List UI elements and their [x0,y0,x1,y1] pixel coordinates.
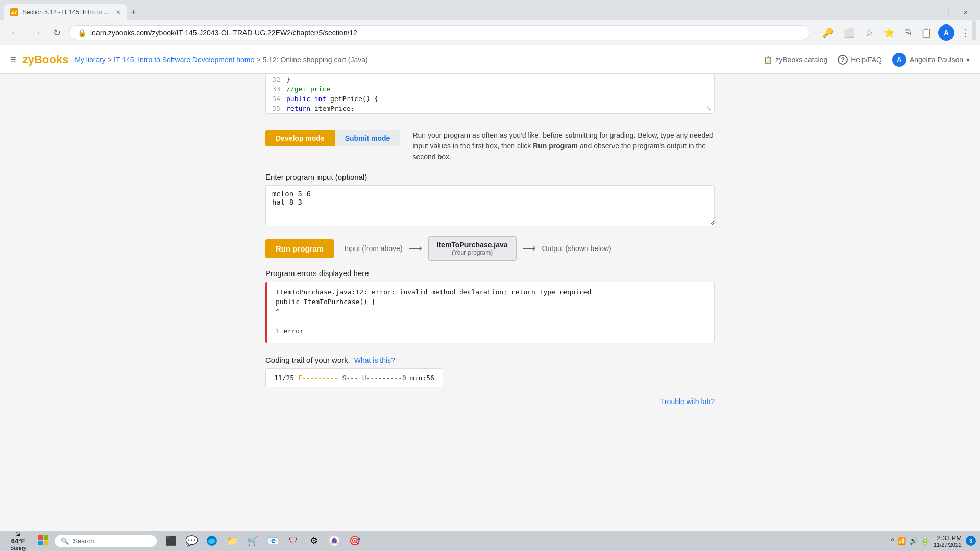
trail-date: 11/25 [274,374,294,382]
taskbar-mail-icon[interactable]: 📧 [265,533,281,549]
flow-output-label: Output (shown below) [542,244,611,253]
refresh-button[interactable]: ↻ [49,25,65,40]
back-button[interactable]: ← [6,26,23,40]
ext2-icon[interactable]: ⎘ [901,26,915,40]
breadcrumb-section: 5.12: Online shopping cart (Java) [262,56,368,64]
code-editor[interactable]: 32 } 33 //get price 34 public int getPri… [265,74,715,114]
tab-close-button[interactable]: × [116,8,120,16]
submit-mode-button[interactable]: Submit mode [335,130,401,146]
search-label: Search [73,537,94,545]
breadcrumb-library[interactable]: My library [75,56,106,64]
trail-u-indicator: U---------0 [362,374,406,382]
network-icon[interactable]: 📶 [897,537,906,545]
develop-mode-button[interactable]: Develop mode [265,130,335,146]
breadcrumb-sep2: > [256,56,260,64]
flow-diagram: Input (from above) ⟶ ItemToPurchase.java… [344,236,611,261]
mode-section: Develop mode Submit mode Run your progra… [265,122,715,162]
password-icon[interactable]: 🔑 [818,25,838,40]
breadcrumb-course[interactable]: IT 145: Intro to Software Development ho… [114,56,254,64]
taskbar-chat-icon[interactable]: 💬 [183,533,200,549]
hamburger-menu[interactable]: ≡ [10,54,16,65]
notification-badge[interactable]: 3 [966,536,976,546]
chevron-down-icon: ▾ [966,56,970,64]
trail-f-indicator: F--------- [298,374,338,382]
breadcrumb: My library > IT 145: Intro to Software D… [75,56,368,64]
tab-title: Section 5.12 - IT 145: Intro to So... [22,9,112,16]
header-actions: 📋 zyBooks catalog ? Help/FAQ A Angelita … [764,53,970,67]
battery-icon[interactable]: 🔋 [921,537,929,545]
sound-icon[interactable]: 🔊 [909,537,918,545]
error-section: Program errors displayed here ItemToPurc… [265,269,715,343]
flow-arrow-1: ⟶ [409,243,422,254]
catalog-icon: 📋 [764,56,772,64]
weather-condition: Sunny [10,545,26,551]
catalog-button[interactable]: 📋 zyBooks catalog [764,56,827,64]
mode-description: Run your program as often as you'd like,… [412,130,715,162]
lock-icon: 🔒 [78,29,86,37]
browser-user-avatar[interactable]: A [938,24,954,41]
code-line-34: 34 public int getPrice() { [266,94,714,104]
breadcrumb-sep1: > [108,56,112,64]
trail-s-indicator: S--- [342,374,358,382]
program-input-field[interactable]: melon 5 6 hat 8 3 [265,185,715,226]
start-button[interactable] [34,533,53,549]
code-line-32: 32 } [266,74,714,84]
coding-trail-section: Coding trail of your work What is this? … [265,356,715,387]
app-header: ≡ zyBooks My library > IT 145: Intro to … [0,45,980,74]
flow-input-label: Input (from above) [344,244,402,253]
taskbar-files-icon[interactable]: ⬛ [163,533,179,549]
taskbar-clock[interactable]: 2:33 PM 11/27/2022 [934,534,962,548]
taskbar-right-area: ^ 📶 🔊 🔋 2:33 PM 11/27/2022 3 [891,534,976,548]
taskbar-explorer-icon[interactable]: 📁 [224,533,240,549]
trail-time: min:56 [410,374,434,382]
svg-rect-2 [38,541,43,545]
help-button[interactable]: ? Help/FAQ [838,55,882,65]
sidebar-icon[interactable]: 📋 [917,25,936,40]
run-program-button[interactable]: Run program [265,239,334,258]
help-icon: ? [838,55,848,65]
taskbar-search[interactable]: 🔍 Search [55,535,157,547]
current-time: 2:33 PM [934,534,962,542]
taskbar: 🌤 64°F Sunny 🔍 Search ⬛ 💬 📁 🛒 📧 🛡 ⚙ 🎯 [0,531,980,551]
zybooks-logo: zyBooks [22,53,68,66]
code-line-35: 35 return itemPrice; [266,104,714,113]
current-date: 11/27/2022 [934,542,962,548]
close-window-button[interactable]: × [960,7,972,17]
forward-button[interactable]: → [28,26,45,40]
svg-rect-0 [38,535,43,540]
svg-rect-3 [44,541,48,545]
browser-action-buttons: 🔑 ⬜ ☆ ⭐ ⎘ 📋 A ⋮ [818,24,974,41]
svg-rect-1 [44,535,48,540]
trouble-with-lab-link[interactable]: Trouble with lab? [265,397,715,416]
error-label: Program errors displayed here [265,269,715,278]
error-output: ItemToPurchase.java:12: error: invalid m… [265,282,715,343]
taskbar-app-icons: ⬛ 💬 📁 🛒 📧 🛡 ⚙ 🎯 [163,533,363,549]
address-bar[interactable]: 🔒 learn.zybooks.com/zybook/IT-145-J2043-… [69,25,810,40]
input-label: Enter program input (optional) [265,172,715,181]
trail-label: Coding trail of your work What is this? [265,356,715,364]
taskbar-store-icon[interactable]: 🛒 [244,533,261,549]
taskbar-mcafee-icon[interactable]: 🛡 [285,533,302,549]
taskbar-chrome-icon[interactable] [326,533,342,549]
new-tab-button[interactable]: + [129,5,138,20]
user-avatar: A [892,53,906,67]
minimize-button[interactable]: — [915,7,930,17]
cast-icon[interactable]: ⬜ [840,25,859,40]
extension-icon[interactable]: ⭐ [879,25,899,40]
browser-tab[interactable]: ZY Section 5.12 - IT 145: Intro to So...… [4,4,127,20]
bookmark-icon[interactable]: ☆ [861,25,877,40]
taskbar-weather: 🌤 64°F Sunny [4,531,32,551]
taskbar-settings-icon[interactable]: ⚙ [306,533,322,549]
maximize-button[interactable]: ⬜ [937,7,953,17]
temperature: 64°F [11,537,26,545]
user-menu-button[interactable]: A Angelita Paulson ▾ [892,53,970,67]
taskbar-edge-icon[interactable] [204,533,220,549]
taskbar-maps-icon[interactable]: 🎯 [347,533,363,549]
what-is-this-link[interactable]: What is this? [354,356,395,364]
url-text: learn.zybooks.com/zybook/IT-145-J2043-OL… [90,29,801,37]
menu-icon[interactable]: ⋮ [957,25,974,40]
navigation-bar: ← → ↻ 🔒 learn.zybooks.com/zybook/IT-145-… [0,20,980,45]
main-scroll-area[interactable]: 32 } 33 //get price 34 public int getPri… [0,74,980,531]
input-section: Enter program input (optional) melon 5 6… [265,172,715,228]
system-tray-chevron[interactable]: ^ [891,537,894,545]
